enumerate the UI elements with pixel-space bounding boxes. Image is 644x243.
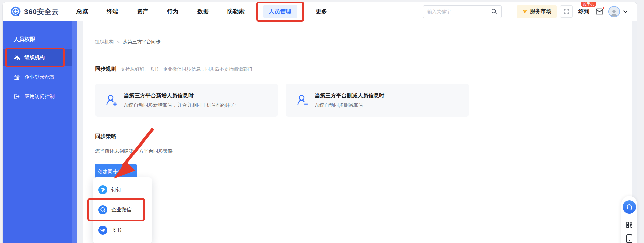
sync-rules-description: 支持从钉钉、飞书、企业微信同步信息，同步后不支持编辑部门 (121, 66, 252, 72)
dingtalk-icon (98, 185, 107, 194)
breadcrumb-current: 从第三方平台同步 (123, 39, 161, 45)
nav-item-personnel[interactable]: 人员管理 (263, 5, 297, 18)
content-gutter: 组织机构 > 从第三方平台同步 同步规则 支持从钉钉、飞书、企业微信同步信息，同… (77, 21, 637, 243)
nav-item-more[interactable]: 更多 (316, 8, 327, 15)
bank-icon (14, 74, 20, 80)
notification-dot (602, 7, 605, 10)
messages-button[interactable] (595, 8, 604, 15)
nav-item-behavior[interactable]: 行为 (167, 8, 178, 15)
dropdown-item-wecom[interactable]: 企业微信 (93, 200, 152, 220)
screen: 360安全云 总览 终端 资产 行为 数据 防勒索 人员管理 更多 (0, 0, 644, 243)
rule-card-text: 当第三方平台删减人员信息时 系统自动同步删减账号 (315, 92, 384, 108)
sidebar-item-label: 应用访问控制 (24, 93, 55, 100)
brand-logo-icon (10, 6, 21, 17)
service-market-button[interactable]: 服务市场 (517, 5, 557, 18)
access-control-icon (14, 93, 20, 100)
gem-icon (522, 9, 528, 14)
user-silhouette-icon (610, 9, 619, 17)
sync-rules-title: 同步规则 (95, 66, 116, 73)
rule-card-title: 当第三方平台新增人员信息时 (124, 92, 236, 99)
topbar-right: 服务市场 抢手机 签到 (423, 5, 628, 18)
create-sync-policy-button-label: 创建同步策略 (98, 169, 128, 175)
breadcrumb-divider (95, 53, 619, 53)
sidebar: 人员权限 组织机构 (3, 21, 77, 243)
sync-policy-empty-text: 您当前还未创建第三方平台同步策略 (95, 148, 619, 154)
checkin-label: 签到 (578, 8, 589, 15)
platform-dropdown-menu: 钉钉 (93, 177, 152, 243)
grid-icon (563, 8, 570, 15)
brand-logo[interactable]: 360安全云 (10, 6, 59, 17)
floating-toolbar (621, 196, 637, 243)
avatar[interactable] (608, 6, 620, 17)
sidebar-section-title: 人员权限 (3, 21, 77, 49)
search-box (423, 5, 502, 18)
nav-item-personnel-label: 人员管理 (269, 8, 291, 15)
sync-rules-header: 同步规则 支持从钉钉、飞书、企业微信同步信息，同步后不支持编辑部门 (95, 66, 619, 73)
dropdown-item-label: 飞书 (111, 227, 121, 233)
sync-policy-title: 同步策略 (95, 133, 619, 140)
dropdown-item-dingtalk[interactable]: 钉钉 (93, 179, 152, 200)
device-button[interactable] (626, 234, 633, 243)
support-button[interactable] (623, 200, 636, 214)
rule-card-description: 系统自动同步新增账号，并合并相同手机号码的用户 (124, 102, 236, 108)
dropdown-item-feishu[interactable]: 飞书 (93, 220, 152, 240)
headset-icon (626, 203, 633, 211)
top-navbar: 360安全云 总览 终端 资产 行为 数据 防勒索 人员管理 更多 (3, 2, 637, 21)
checkin-promo-badge: 抢手机 (581, 2, 596, 7)
wecom-icon (98, 205, 107, 214)
rule-card-description: 系统自动同步删减账号 (315, 102, 384, 108)
feishu-icon (98, 226, 107, 235)
search-icon[interactable] (491, 8, 497, 15)
nav-item-ransomware[interactable]: 防勒索 (227, 8, 245, 15)
search-input[interactable] (427, 9, 491, 14)
nav-item-assets[interactable]: 资产 (137, 8, 148, 15)
user-plus-icon (105, 93, 119, 107)
sidebar-item-app-access-control[interactable]: 应用访问控制 (3, 88, 77, 105)
service-market-label: 服务市场 (530, 8, 551, 15)
org-structure-icon (14, 54, 20, 61)
qr-code-button[interactable] (626, 221, 633, 229)
nav-item-data[interactable]: 数据 (197, 8, 209, 15)
nav-item-overview[interactable]: 总览 (76, 8, 88, 15)
main-nav: 总览 终端 资产 行为 数据 防勒索 人员管理 更多 (76, 5, 327, 18)
chevron-down-icon[interactable] (623, 10, 628, 13)
sidebar-item-enterprise-login[interactable]: 企业登录配置 (3, 69, 77, 85)
app-window: 360安全云 总览 终端 资产 行为 数据 防勒索 人员管理 更多 (2, 2, 637, 243)
app-grid-button[interactable] (560, 5, 573, 18)
sidebar-item-label: 组织机构 (24, 54, 45, 61)
brand-logo-text: 360安全云 (24, 7, 59, 16)
breadcrumb-separator: > (117, 40, 120, 45)
content-panel: 组织机构 > 从第三方平台同步 同步规则 支持从钉钉、飞书、企业微信同步信息，同… (83, 21, 632, 243)
breadcrumb-parent[interactable]: 组织机构 (95, 39, 114, 45)
chevron-down-icon (130, 170, 134, 173)
dropdown-item-label: 钉钉 (111, 187, 121, 193)
sidebar-item-label: 企业登录配置 (24, 74, 55, 80)
sync-rule-cards: 当第三方平台新增人员信息时 系统自动同步新增账号，并合并相同手机号码的用户 (95, 84, 619, 117)
rule-card-title: 当第三方平台删减人员信息时 (315, 92, 384, 99)
rule-card-remove-user: 当第三方平台删减人员信息时 系统自动同步删减账号 (286, 84, 469, 117)
user-minus-icon (296, 93, 310, 107)
rule-card-text: 当第三方平台新增人员信息时 系统自动同步新增账号，并合并相同手机号码的用户 (124, 92, 236, 108)
main-area: 人员权限 组织机构 (3, 21, 637, 243)
breadcrumb: 组织机构 > 从第三方平台同步 (95, 21, 619, 45)
checkin-button[interactable]: 抢手机 签到 (578, 8, 589, 15)
rule-card-add-user: 当第三方平台新增人员信息时 系统自动同步新增账号，并合并相同手机号码的用户 (95, 84, 278, 117)
nav-item-terminal[interactable]: 终端 (107, 8, 118, 15)
sidebar-item-org-structure[interactable]: 组织机构 (3, 49, 77, 66)
dropdown-item-label: 企业微信 (111, 207, 131, 213)
